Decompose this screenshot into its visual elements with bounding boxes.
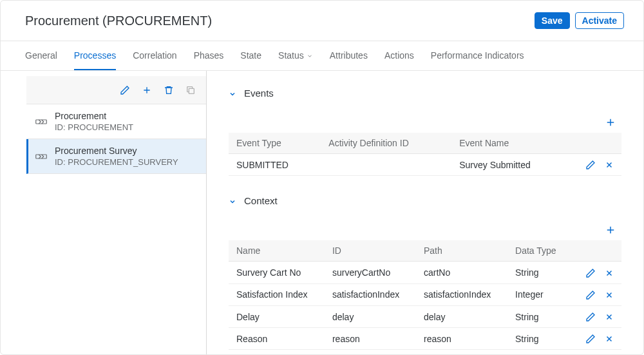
context-table: Name ID Path Data Type Survery Cart Nosu… [229, 240, 621, 350]
events-header[interactable]: Events [229, 88, 621, 99]
page-header: Procurement (PROCUREMENT) Save Activate [1, 1, 643, 41]
event-type: SUBMITTED [229, 154, 321, 176]
process-id: ID: PROCUREMENT_SURVERY [55, 157, 178, 167]
context-name: Reason [229, 328, 325, 350]
context-path: reason [416, 328, 507, 350]
close-icon[interactable] [605, 159, 614, 170]
content: ProcurementID: PROCUREMENTProcurement Su… [1, 71, 643, 355]
event-name: Survey Submitted [451, 154, 570, 176]
activate-button[interactable]: Activate [575, 12, 624, 29]
add-context-button[interactable] [605, 222, 616, 236]
table-row: SUBMITTEDSurvey Submitted [229, 154, 621, 176]
process-icon [35, 117, 47, 126]
tab-state[interactable]: State [240, 41, 261, 70]
close-icon[interactable] [605, 289, 614, 300]
context-dtype: Integer [507, 283, 570, 305]
tab-actions[interactable]: Actions [384, 41, 414, 70]
context-col-name: Name [229, 240, 325, 262]
sidebar-toolbar [26, 76, 206, 104]
context-col-path: Path [416, 240, 507, 262]
process-list-item[interactable]: ProcurementID: PROCUREMENT [26, 104, 206, 139]
table-row: Survery Cart NosurveryCartNocartNoString [229, 262, 621, 283]
close-icon[interactable] [605, 267, 614, 278]
tab-attributes[interactable]: Attributes [330, 41, 368, 70]
tab-general[interactable]: General [25, 41, 57, 70]
events-section: Events Event Type Activity Definition ID… [229, 88, 621, 176]
context-col-actions [570, 240, 621, 262]
context-path: delay [416, 305, 507, 327]
context-name: Survery Cart No [229, 262, 325, 283]
tab-correlation[interactable]: Correlation [133, 41, 176, 70]
context-dtype: String [507, 305, 570, 327]
context-title: Context [244, 195, 278, 206]
close-icon[interactable] [605, 333, 614, 344]
process-id: ID: PROCUREMENT [55, 122, 133, 132]
table-row: ReasonreasonreasonString [229, 328, 621, 350]
edit-icon[interactable] [120, 84, 130, 95]
tab-performance-indicators[interactable]: Performance Indicators [431, 41, 524, 70]
context-toolbar [229, 219, 621, 240]
context-id: surveryCartNo [325, 262, 416, 283]
context-path: cartNo [416, 262, 507, 283]
tab-bar: GeneralProcessesCorrelationPhasesStateSt… [1, 41, 643, 71]
edit-icon[interactable] [585, 267, 596, 278]
context-col-dtype: Data Type [507, 240, 570, 262]
page-title: Procurement (PROCUREMENT) [25, 14, 212, 28]
events-col-actions [570, 133, 621, 154]
plus-icon[interactable] [142, 84, 152, 95]
context-name: Delay [229, 305, 325, 327]
edit-icon[interactable] [585, 311, 596, 322]
chevron-down-icon [229, 195, 236, 206]
context-name: Satisfaction Index [229, 283, 325, 305]
chevron-down-icon [229, 88, 236, 99]
edit-icon[interactable] [585, 333, 596, 344]
sidebar: ProcurementID: PROCUREMENTProcurement Su… [1, 71, 207, 355]
copy-icon [185, 84, 196, 95]
add-event-button[interactable] [605, 114, 616, 129]
tab-processes[interactable]: Processes [74, 41, 116, 70]
events-col-type: Event Type [229, 133, 321, 154]
header-actions: Save Activate [535, 12, 624, 29]
events-title: Events [244, 88, 274, 99]
svg-rect-0 [189, 88, 194, 93]
save-button[interactable]: Save [535, 12, 570, 29]
process-icon [35, 152, 47, 161]
context-id: satisfactionIndex [325, 283, 416, 305]
events-col-name: Event Name [451, 133, 570, 154]
events-table: Event Type Activity Definition ID Event … [229, 133, 621, 176]
main-panel: Events Event Type Activity Definition ID… [207, 71, 643, 355]
context-col-id: ID [325, 240, 416, 262]
edit-icon[interactable] [585, 289, 596, 300]
process-title: Procurement Survey [55, 146, 178, 156]
table-row: DelaydelaydelayString [229, 305, 621, 327]
context-header[interactable]: Context [229, 195, 621, 206]
tab-phases[interactable]: Phases [194, 41, 224, 70]
context-dtype: String [507, 262, 570, 283]
edit-icon[interactable] [585, 159, 596, 170]
context-dtype: String [507, 328, 570, 350]
chevron-down-icon [307, 50, 313, 61]
event-activity [321, 154, 451, 176]
process-list: ProcurementID: PROCUREMENTProcurement Su… [26, 104, 206, 174]
close-icon[interactable] [605, 311, 614, 322]
context-id: reason [325, 328, 416, 350]
events-toolbar [229, 111, 621, 133]
context-id: delay [325, 305, 416, 327]
trash-icon[interactable] [164, 84, 174, 95]
context-section: Context Name ID Path Data Type Sur [229, 195, 621, 350]
process-list-item[interactable]: Procurement SurveyID: PROCUREMENT_SURVER… [26, 139, 206, 174]
context-path: satisfactionIndex [416, 283, 507, 305]
process-title: Procurement [55, 111, 133, 121]
tab-status[interactable]: Status [278, 41, 313, 70]
table-row: Satisfaction IndexsatisfactionIndexsatis… [229, 283, 621, 305]
events-col-activity: Activity Definition ID [321, 133, 451, 154]
